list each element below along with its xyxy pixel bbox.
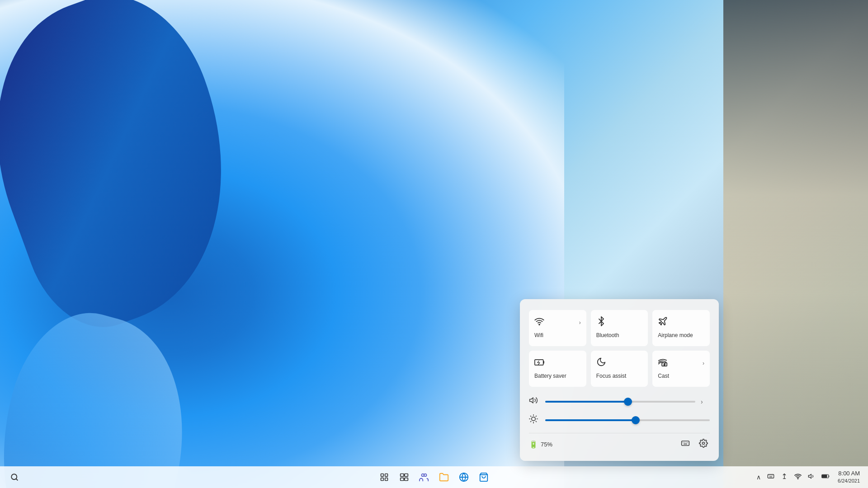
clock-time: 8:00 AM xyxy=(838,469,860,478)
taskbar-right: ∧ xyxy=(755,469,863,486)
airplane-mode-toggle[interactable]: Airplane mode xyxy=(652,310,710,346)
svg-marker-32 xyxy=(808,474,811,479)
cast-toggle[interactable]: › Cast xyxy=(652,351,710,387)
panel-bottom-icons xyxy=(679,437,710,452)
taskbar-left xyxy=(5,468,24,486)
svg-line-9 xyxy=(536,421,536,422)
cast-icon xyxy=(658,357,703,369)
taskbar-search-button[interactable] xyxy=(5,468,24,486)
wifi-arrow-icon[interactable]: › xyxy=(579,319,581,326)
svg-line-13 xyxy=(536,416,536,417)
taskbar-task-view-button[interactable] xyxy=(395,468,413,486)
svg-rect-21 xyxy=(385,478,388,481)
svg-marker-4 xyxy=(530,398,533,403)
svg-rect-20 xyxy=(381,478,384,481)
taskbar: ∧ xyxy=(0,466,868,488)
svg-line-17 xyxy=(16,479,17,480)
focus-assist-label: Focus assist xyxy=(596,373,627,379)
quick-settings-panel: › Wifi Bluetooth xyxy=(520,299,719,461)
cast-label: Cast xyxy=(658,373,669,379)
brightness-slider-row xyxy=(529,414,710,426)
panel-bottom: 🔋 75% xyxy=(529,433,710,452)
focus-assist-icon xyxy=(596,357,643,369)
svg-line-8 xyxy=(531,416,531,417)
clock[interactable]: 8:00 AM 6/24/2021 xyxy=(835,469,863,486)
svg-rect-23 xyxy=(405,474,408,477)
focus-assist-toggle[interactable]: Focus assist xyxy=(591,351,648,387)
wifi-icon xyxy=(534,316,579,328)
svg-point-31 xyxy=(797,479,798,479)
svg-rect-22 xyxy=(401,474,404,477)
battery-status-icon: 🔋 xyxy=(529,440,538,449)
svg-rect-1 xyxy=(535,360,543,365)
svg-rect-29 xyxy=(768,474,774,478)
tray-volume-icon[interactable] xyxy=(806,472,817,482)
keyboard-icon[interactable] xyxy=(679,437,692,452)
battery-saver-icon xyxy=(534,357,581,369)
swirl-shape-1 xyxy=(0,0,274,345)
brightness-slider-track[interactable] xyxy=(545,419,710,421)
wifi-label: Wifi xyxy=(534,332,543,338)
svg-rect-14 xyxy=(682,441,689,446)
settings-icon[interactable] xyxy=(697,437,710,452)
wifi-toggle[interactable]: › Wifi xyxy=(529,310,586,346)
tray-pen-icon[interactable] xyxy=(779,472,790,482)
svg-rect-19 xyxy=(385,474,388,477)
svg-point-5 xyxy=(532,417,535,421)
svg-point-26 xyxy=(422,474,425,477)
taskbar-edge-button[interactable] xyxy=(455,468,473,486)
airplane-icon xyxy=(658,316,704,328)
desktop-background xyxy=(0,0,868,488)
bluetooth-label: Bluetooth xyxy=(596,332,619,338)
taskbar-teams-button[interactable] xyxy=(415,468,433,486)
battery-info: 🔋 75% xyxy=(529,440,552,449)
bluetooth-toggle[interactable]: Bluetooth xyxy=(591,310,648,346)
taskbar-widgets-button[interactable] xyxy=(375,468,393,486)
battery-percent: 75% xyxy=(541,441,552,448)
clock-date: 6/24/2021 xyxy=(838,478,860,484)
bluetooth-icon xyxy=(596,316,643,328)
cast-arrow-icon[interactable]: › xyxy=(703,360,704,366)
svg-point-0 xyxy=(539,324,540,325)
taskbar-store-button[interactable] xyxy=(475,468,493,486)
volume-slider-track[interactable] xyxy=(545,401,695,403)
desktop-swirl xyxy=(0,0,564,488)
svg-rect-34 xyxy=(822,475,827,478)
tray-wifi-icon[interactable] xyxy=(793,472,803,482)
battery-saver-toggle[interactable]: Battery saver xyxy=(529,351,586,387)
taskbar-center xyxy=(375,468,493,486)
tray-chevron[interactable]: ∧ xyxy=(755,473,763,482)
svg-point-15 xyxy=(703,442,705,445)
volume-next-icon[interactable]: › xyxy=(701,398,710,405)
volume-icon xyxy=(529,396,540,407)
tray-area: ∧ xyxy=(755,472,831,482)
taskbar-explorer-button[interactable] xyxy=(435,468,453,486)
volume-slider-row: › xyxy=(529,396,710,407)
svg-line-12 xyxy=(531,421,531,422)
toggles-grid: › Wifi Bluetooth xyxy=(529,310,710,387)
svg-point-3 xyxy=(664,364,665,366)
swirl-shape-2 xyxy=(0,297,213,488)
tray-battery-icon[interactable] xyxy=(820,472,831,482)
desktop-right-area xyxy=(723,0,868,488)
airplane-mode-label: Airplane mode xyxy=(658,332,693,338)
svg-rect-25 xyxy=(405,478,408,481)
tray-keyboard-icon[interactable] xyxy=(765,472,776,482)
svg-rect-18 xyxy=(381,474,384,477)
brightness-icon xyxy=(529,414,540,426)
battery-saver-label: Battery saver xyxy=(534,373,566,379)
svg-rect-24 xyxy=(401,478,404,481)
